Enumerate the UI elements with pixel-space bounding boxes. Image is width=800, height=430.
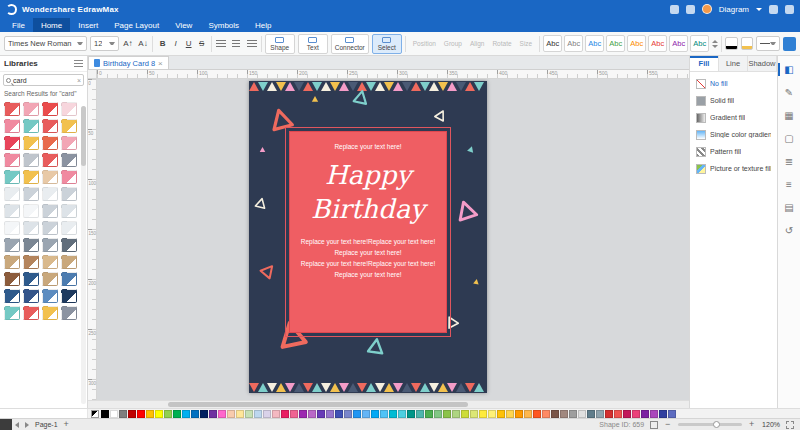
- library-thumbnail[interactable]: [23, 238, 39, 252]
- previous-page-icon[interactable]: [15, 422, 19, 428]
- color-swatch[interactable]: [128, 410, 136, 418]
- preset-up-icon[interactable]: [712, 40, 718, 43]
- outline-icon[interactable]: ≡: [780, 177, 799, 192]
- zoom-slider[interactable]: [678, 423, 742, 426]
- color-swatch[interactable]: [308, 410, 316, 418]
- fill-option-pattern-fill[interactable]: Pattern fill: [690, 143, 777, 160]
- text-tool-button[interactable]: Text: [298, 34, 328, 54]
- library-thumbnail[interactable]: [23, 102, 39, 116]
- library-thumbnail[interactable]: [61, 255, 77, 269]
- card-title-line2[interactable]: Birthday: [311, 192, 425, 226]
- connector-tool-button[interactable]: Connector: [331, 34, 369, 54]
- color-swatch[interactable]: [182, 410, 190, 418]
- clear-search-icon[interactable]: ×: [77, 77, 81, 84]
- theme-icon[interactable]: ▦: [780, 108, 799, 123]
- color-swatch[interactable]: [533, 410, 541, 418]
- search-input[interactable]: [11, 77, 77, 84]
- library-thumbnail[interactable]: [4, 306, 20, 320]
- library-thumbnail[interactable]: [4, 255, 20, 269]
- presentation-icon[interactable]: [670, 5, 679, 14]
- menu-home[interactable]: Home: [33, 18, 70, 32]
- color-swatch[interactable]: [614, 410, 622, 418]
- card-body-text[interactable]: Replace your text here!Replace your text…: [296, 238, 440, 278]
- color-swatch[interactable]: [137, 410, 145, 418]
- color-swatch[interactable]: [245, 410, 253, 418]
- color-swatch[interactable]: [596, 410, 604, 418]
- menu-insert[interactable]: Insert: [70, 18, 106, 32]
- panel-toggle-button[interactable]: [0, 419, 12, 430]
- color-swatch[interactable]: [317, 410, 325, 418]
- style-preset-6[interactable]: Abc: [669, 35, 688, 52]
- library-thumbnail[interactable]: [61, 102, 77, 116]
- color-swatch[interactable]: [650, 410, 658, 418]
- fill-option-picture-or-texture-fill[interactable]: Picture or texture fill: [690, 160, 777, 177]
- share-icon[interactable]: [686, 5, 695, 14]
- style-preset-0[interactable]: Abc: [543, 35, 562, 52]
- color-swatch[interactable]: [146, 410, 154, 418]
- menu-help[interactable]: Help: [247, 18, 279, 32]
- note-icon[interactable]: ▤: [780, 200, 799, 215]
- color-swatch[interactable]: [497, 410, 505, 418]
- library-thumbnail[interactable]: [4, 289, 20, 303]
- document-tab[interactable]: Birthday Card 8: [88, 56, 169, 69]
- font-family-select[interactable]: Times New Roman: [4, 36, 87, 51]
- zoom-level-label[interactable]: 120%: [762, 421, 780, 428]
- fill-option-gradient-fill[interactable]: Gradient fill: [690, 109, 777, 126]
- style-icon[interactable]: ✎: [780, 85, 799, 100]
- color-swatch[interactable]: [605, 410, 613, 418]
- color-swatch[interactable]: [569, 410, 577, 418]
- format-painter-button[interactable]: [783, 37, 796, 51]
- shape-tool-button[interactable]: Shape: [265, 34, 295, 54]
- library-thumbnail[interactable]: [4, 153, 20, 167]
- user-avatar[interactable]: [702, 4, 712, 14]
- color-swatch[interactable]: [398, 410, 406, 418]
- library-thumbnail[interactable]: [42, 187, 58, 201]
- color-swatch[interactable]: [290, 410, 298, 418]
- style-preset-7[interactable]: Abc: [690, 35, 709, 52]
- library-thumbnail[interactable]: [23, 272, 39, 286]
- color-swatch[interactable]: [470, 410, 478, 418]
- library-thumbnail[interactable]: [23, 187, 39, 201]
- fit-page-icon[interactable]: [650, 421, 658, 429]
- group-button[interactable]: Group: [440, 34, 466, 54]
- library-thumbnail[interactable]: [42, 136, 58, 150]
- library-thumbnail[interactable]: [61, 119, 77, 133]
- library-thumbnail[interactable]: [42, 289, 58, 303]
- library-thumbnail[interactable]: [23, 204, 39, 218]
- library-thumbnail[interactable]: [61, 221, 77, 235]
- color-swatch[interactable]: [560, 410, 568, 418]
- color-swatch[interactable]: [434, 410, 442, 418]
- drawing-canvas[interactable]: Replace your text here! Happy Birthday R…: [97, 79, 689, 400]
- color-swatch[interactable]: [227, 410, 235, 418]
- fill-color-button[interactable]: [741, 37, 753, 50]
- card-body-line[interactable]: Replace your text here!Replace your text…: [301, 238, 435, 245]
- color-swatch[interactable]: [299, 410, 307, 418]
- library-thumbnail[interactable]: [23, 306, 39, 320]
- library-thumbnail[interactable]: [4, 119, 20, 133]
- color-swatch[interactable]: [524, 410, 532, 418]
- color-swatch[interactable]: [353, 410, 361, 418]
- card-body-line[interactable]: Replace your text here!: [301, 249, 435, 256]
- library-thumbnail[interactable]: [61, 153, 77, 167]
- library-thumbnail[interactable]: [61, 238, 77, 252]
- library-thumbnail[interactable]: [61, 272, 77, 286]
- library-thumbnail[interactable]: [42, 272, 58, 286]
- card-body-line[interactable]: Replace your text here!: [301, 271, 435, 278]
- black-white-swatch[interactable]: [91, 410, 99, 418]
- library-thumbnail[interactable]: [23, 136, 39, 150]
- library-thumbnail[interactable]: [23, 255, 39, 269]
- color-swatch[interactable]: [443, 410, 451, 418]
- tab-line[interactable]: Line: [719, 56, 748, 71]
- card-title-line1[interactable]: Happy: [325, 158, 411, 192]
- libraries-menu-icon[interactable]: [74, 60, 83, 67]
- library-thumbnail[interactable]: [42, 102, 58, 116]
- tab-fill[interactable]: Fill: [690, 56, 719, 71]
- horizontal-scrollbar[interactable]: [88, 400, 689, 408]
- color-swatch[interactable]: [659, 410, 667, 418]
- library-thumbnail[interactable]: [23, 153, 39, 167]
- style-preset-5[interactable]: Abc: [648, 35, 667, 52]
- align-button[interactable]: Align: [466, 34, 488, 54]
- i-format-button[interactable]: I: [169, 37, 182, 51]
- s-format-button[interactable]: S: [195, 37, 208, 51]
- color-swatch[interactable]: [416, 410, 424, 418]
